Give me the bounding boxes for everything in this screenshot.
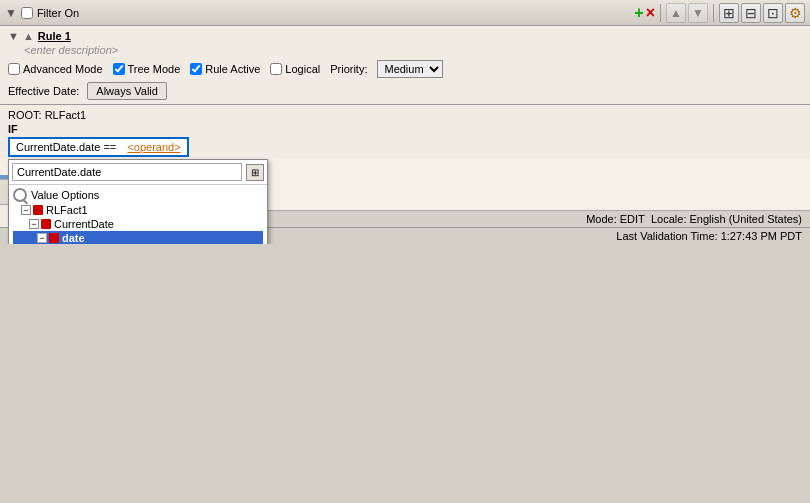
add-button[interactable]: +	[634, 4, 643, 22]
rule-header: ▼ ▲ Rule 1	[8, 30, 802, 42]
expression-container: CurrentDate.date == <operand> ⊞ Value Op…	[8, 137, 802, 157]
separator1	[660, 4, 661, 22]
collapse-date[interactable]: −	[37, 233, 47, 243]
tree-item-date[interactable]: − date	[13, 231, 263, 244]
down-button[interactable]: ▼	[688, 3, 708, 23]
icon-button-3[interactable]: ⊡	[763, 3, 783, 23]
filter-on-label: Filter On	[37, 7, 79, 19]
bottom-status-bar: Mode: EDIT Locale: English (United State…	[260, 210, 810, 227]
always-valid-button[interactable]: Always Valid	[87, 82, 167, 100]
operand-link[interactable]: <operand>	[127, 141, 180, 153]
node-label-date: date	[62, 232, 85, 244]
main-content: ▼ ▲ Rule 1 <enter description> Advanced …	[0, 26, 810, 244]
icon-button-2[interactable]: ⊟	[741, 3, 761, 23]
logical-option[interactable]: Logical	[270, 63, 320, 75]
advanced-mode-label: Advanced Mode	[23, 63, 103, 75]
filter-on-checkbox[interactable]	[21, 7, 33, 19]
search-icon	[13, 188, 27, 202]
node-icon-rlfact1	[33, 205, 43, 215]
tree-mode-label: Tree Mode	[128, 63, 181, 75]
tree-mode-option[interactable]: Tree Mode	[113, 63, 181, 75]
root-line: ROOT: RLFact1	[8, 107, 802, 123]
rule-body-container: ROOT: RLFact1 IF CurrentDate.date == <op…	[0, 105, 810, 159]
right-pane-content	[260, 159, 810, 210]
validation-label: Last Validation Time: 1:27:43 PM PDT	[616, 230, 802, 242]
advanced-mode-checkbox[interactable]	[8, 63, 20, 75]
node-label-rlfact1: RLFact1	[46, 204, 88, 216]
remove-button[interactable]: ×	[646, 4, 655, 22]
logical-checkbox[interactable]	[270, 63, 282, 75]
dropdown-browse-button[interactable]: ⊞	[246, 164, 264, 181]
right-pane: Mode: EDIT Locale: English (United State…	[260, 159, 810, 227]
advanced-mode-option[interactable]: Advanced Mode	[8, 63, 103, 75]
dropdown-search-input[interactable]	[12, 163, 242, 181]
rule-active-checkbox[interactable]	[190, 63, 202, 75]
rule-active-option[interactable]: Rule Active	[190, 63, 260, 75]
tree-item-rlfact1[interactable]: − RLFact1	[13, 203, 263, 217]
locale-label: Locale: English (United States)	[651, 213, 802, 225]
icon-button-1[interactable]: ⊞	[719, 3, 739, 23]
if-label: IF	[8, 123, 802, 135]
collapse-rlfact1[interactable]: −	[21, 205, 31, 215]
expression-box[interactable]: CurrentDate.date == <operand>	[8, 137, 189, 157]
priority-label: Priority:	[330, 63, 367, 75]
rule-panel: ▼ ▲ Rule 1 <enter description> Advanced …	[0, 26, 810, 105]
priority-select[interactable]: Medium Low High	[377, 60, 443, 78]
rule-active-label: Rule Active	[205, 63, 260, 75]
toolbar-left: ▼ Filter On	[5, 6, 79, 20]
tree-item-currentdate[interactable]: − CurrentDate	[13, 217, 263, 231]
value-options-label: Value Options	[31, 189, 99, 201]
effective-date-label: Effective Date:	[8, 85, 79, 97]
mode-label: Mode: EDIT	[586, 213, 645, 225]
tree-mode-checkbox[interactable]	[113, 63, 125, 75]
collapse-currentdate[interactable]: −	[29, 219, 39, 229]
rule-title[interactable]: Rule 1	[38, 30, 71, 42]
rule-description[interactable]: <enter description>	[24, 44, 802, 56]
toolbar-right: + × ▲ ▼ ⊞ ⊟ ⊡ ⚙	[634, 3, 805, 23]
separator2	[713, 4, 714, 22]
value-options-item[interactable]: Value Options	[13, 187, 263, 203]
main-toolbar: ▼ Filter On + × ▲ ▼ ⊞ ⊟ ⊡ ⚙	[0, 0, 810, 26]
expression-text: CurrentDate.date ==	[16, 141, 116, 153]
up-button[interactable]: ▲	[666, 3, 686, 23]
root-label: ROOT: RLFact1	[8, 109, 86, 121]
dropdown-search-row: ⊞	[9, 160, 267, 185]
node-label-currentdate: CurrentDate	[54, 218, 114, 230]
dropdown-overlay: ⊞ Value Options − RLFact1	[8, 159, 268, 244]
effective-date-row: Effective Date: Always Valid	[8, 82, 802, 100]
icon-button-4[interactable]: ⚙	[785, 3, 805, 23]
expand-icon[interactable]: ▼	[5, 6, 17, 20]
tree-content: Value Options − RLFact1 − CurrentDate	[9, 185, 267, 244]
node-icon-date	[49, 233, 59, 243]
node-icon-currentdate	[41, 219, 51, 229]
rule-options: Advanced Mode Tree Mode Rule Active Logi…	[8, 60, 802, 78]
logical-label: Logical	[285, 63, 320, 75]
